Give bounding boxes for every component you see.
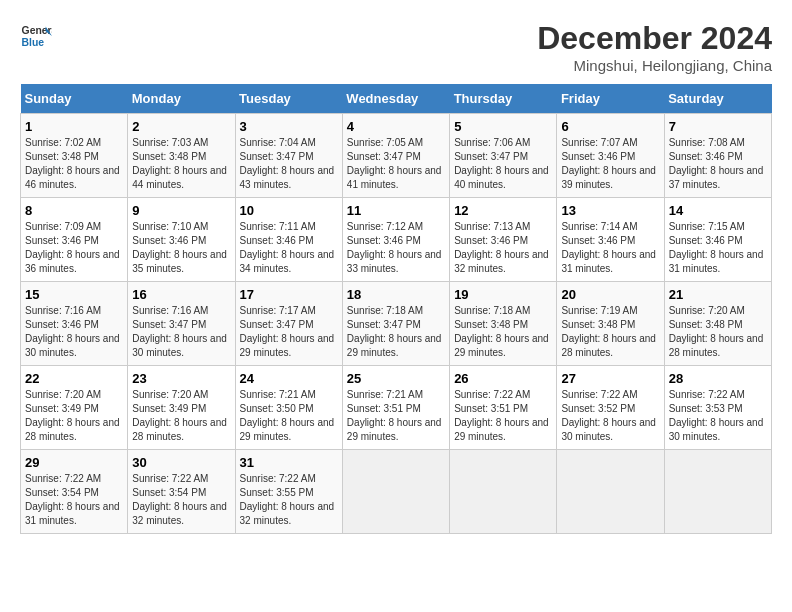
day-info: Sunrise: 7:17 AMSunset: 3:47 PMDaylight:…: [240, 304, 338, 360]
calendar-week-row: 29Sunrise: 7:22 AMSunset: 3:54 PMDayligh…: [21, 450, 772, 534]
calendar-day-cell: 29Sunrise: 7:22 AMSunset: 3:54 PMDayligh…: [21, 450, 128, 534]
logo: General Blue: [20, 20, 52, 52]
day-of-week-header: Wednesday: [342, 84, 449, 114]
calendar-day-cell: 24Sunrise: 7:21 AMSunset: 3:50 PMDayligh…: [235, 366, 342, 450]
day-info: Sunrise: 7:05 AMSunset: 3:47 PMDaylight:…: [347, 136, 445, 192]
day-info: Sunrise: 7:19 AMSunset: 3:48 PMDaylight:…: [561, 304, 659, 360]
calendar-day-cell: 4Sunrise: 7:05 AMSunset: 3:47 PMDaylight…: [342, 114, 449, 198]
subtitle: Mingshui, Heilongjiang, China: [537, 57, 772, 74]
logo-icon: General Blue: [20, 20, 52, 52]
day-info: Sunrise: 7:10 AMSunset: 3:46 PMDaylight:…: [132, 220, 230, 276]
day-info: Sunrise: 7:18 AMSunset: 3:48 PMDaylight:…: [454, 304, 552, 360]
day-info: Sunrise: 7:08 AMSunset: 3:46 PMDaylight:…: [669, 136, 767, 192]
day-info: Sunrise: 7:13 AMSunset: 3:46 PMDaylight:…: [454, 220, 552, 276]
calendar-day-cell: 22Sunrise: 7:20 AMSunset: 3:49 PMDayligh…: [21, 366, 128, 450]
day-of-week-header: Saturday: [664, 84, 771, 114]
day-number: 28: [669, 371, 767, 386]
calendar-day-cell: 5Sunrise: 7:06 AMSunset: 3:47 PMDaylight…: [450, 114, 557, 198]
day-number: 23: [132, 371, 230, 386]
calendar-day-cell: [664, 450, 771, 534]
day-info: Sunrise: 7:21 AMSunset: 3:51 PMDaylight:…: [347, 388, 445, 444]
calendar-day-cell: 10Sunrise: 7:11 AMSunset: 3:46 PMDayligh…: [235, 198, 342, 282]
calendar-day-cell: 7Sunrise: 7:08 AMSunset: 3:46 PMDaylight…: [664, 114, 771, 198]
calendar-day-cell: 18Sunrise: 7:18 AMSunset: 3:47 PMDayligh…: [342, 282, 449, 366]
day-number: 27: [561, 371, 659, 386]
day-number: 7: [669, 119, 767, 134]
calendar-day-cell: 16Sunrise: 7:16 AMSunset: 3:47 PMDayligh…: [128, 282, 235, 366]
calendar-day-cell: 15Sunrise: 7:16 AMSunset: 3:46 PMDayligh…: [21, 282, 128, 366]
day-number: 17: [240, 287, 338, 302]
day-number: 26: [454, 371, 552, 386]
day-info: Sunrise: 7:20 AMSunset: 3:49 PMDaylight:…: [132, 388, 230, 444]
calendar-day-cell: 23Sunrise: 7:20 AMSunset: 3:49 PMDayligh…: [128, 366, 235, 450]
day-number: 5: [454, 119, 552, 134]
main-title: December 2024: [537, 20, 772, 57]
day-number: 2: [132, 119, 230, 134]
calendar-week-row: 22Sunrise: 7:20 AMSunset: 3:49 PMDayligh…: [21, 366, 772, 450]
day-info: Sunrise: 7:22 AMSunset: 3:52 PMDaylight:…: [561, 388, 659, 444]
day-number: 29: [25, 455, 123, 470]
day-number: 12: [454, 203, 552, 218]
calendar-day-cell: 27Sunrise: 7:22 AMSunset: 3:52 PMDayligh…: [557, 366, 664, 450]
calendar-day-cell: 31Sunrise: 7:22 AMSunset: 3:55 PMDayligh…: [235, 450, 342, 534]
day-info: Sunrise: 7:20 AMSunset: 3:49 PMDaylight:…: [25, 388, 123, 444]
calendar-week-row: 1Sunrise: 7:02 AMSunset: 3:48 PMDaylight…: [21, 114, 772, 198]
day-number: 30: [132, 455, 230, 470]
day-number: 10: [240, 203, 338, 218]
day-info: Sunrise: 7:04 AMSunset: 3:47 PMDaylight:…: [240, 136, 338, 192]
title-block: December 2024 Mingshui, Heilongjiang, Ch…: [537, 20, 772, 74]
day-info: Sunrise: 7:06 AMSunset: 3:47 PMDaylight:…: [454, 136, 552, 192]
day-info: Sunrise: 7:09 AMSunset: 3:46 PMDaylight:…: [25, 220, 123, 276]
calendar-body: 1Sunrise: 7:02 AMSunset: 3:48 PMDaylight…: [21, 114, 772, 534]
calendar-day-cell: 19Sunrise: 7:18 AMSunset: 3:48 PMDayligh…: [450, 282, 557, 366]
day-info: Sunrise: 7:07 AMSunset: 3:46 PMDaylight:…: [561, 136, 659, 192]
calendar-day-cell: 21Sunrise: 7:20 AMSunset: 3:48 PMDayligh…: [664, 282, 771, 366]
day-number: 21: [669, 287, 767, 302]
calendar-day-cell: 28Sunrise: 7:22 AMSunset: 3:53 PMDayligh…: [664, 366, 771, 450]
day-number: 13: [561, 203, 659, 218]
day-info: Sunrise: 7:22 AMSunset: 3:53 PMDaylight:…: [669, 388, 767, 444]
svg-text:Blue: Blue: [22, 37, 45, 48]
day-info: Sunrise: 7:18 AMSunset: 3:47 PMDaylight:…: [347, 304, 445, 360]
day-info: Sunrise: 7:16 AMSunset: 3:46 PMDaylight:…: [25, 304, 123, 360]
day-of-week-header: Friday: [557, 84, 664, 114]
calendar-header-row: SundayMondayTuesdayWednesdayThursdayFrid…: [21, 84, 772, 114]
day-info: Sunrise: 7:03 AMSunset: 3:48 PMDaylight:…: [132, 136, 230, 192]
day-info: Sunrise: 7:16 AMSunset: 3:47 PMDaylight:…: [132, 304, 230, 360]
calendar-day-cell: 13Sunrise: 7:14 AMSunset: 3:46 PMDayligh…: [557, 198, 664, 282]
day-of-week-header: Sunday: [21, 84, 128, 114]
calendar-day-cell: 9Sunrise: 7:10 AMSunset: 3:46 PMDaylight…: [128, 198, 235, 282]
day-number: 20: [561, 287, 659, 302]
calendar-day-cell: 8Sunrise: 7:09 AMSunset: 3:46 PMDaylight…: [21, 198, 128, 282]
day-info: Sunrise: 7:15 AMSunset: 3:46 PMDaylight:…: [669, 220, 767, 276]
calendar-day-cell: 6Sunrise: 7:07 AMSunset: 3:46 PMDaylight…: [557, 114, 664, 198]
day-of-week-header: Tuesday: [235, 84, 342, 114]
day-number: 31: [240, 455, 338, 470]
day-info: Sunrise: 7:22 AMSunset: 3:55 PMDaylight:…: [240, 472, 338, 528]
day-info: Sunrise: 7:22 AMSunset: 3:54 PMDaylight:…: [132, 472, 230, 528]
day-number: 24: [240, 371, 338, 386]
calendar-table: SundayMondayTuesdayWednesdayThursdayFrid…: [20, 84, 772, 534]
calendar-day-cell: 30Sunrise: 7:22 AMSunset: 3:54 PMDayligh…: [128, 450, 235, 534]
day-number: 16: [132, 287, 230, 302]
day-info: Sunrise: 7:12 AMSunset: 3:46 PMDaylight:…: [347, 220, 445, 276]
day-info: Sunrise: 7:11 AMSunset: 3:46 PMDaylight:…: [240, 220, 338, 276]
calendar-day-cell: 14Sunrise: 7:15 AMSunset: 3:46 PMDayligh…: [664, 198, 771, 282]
calendar-day-cell: 25Sunrise: 7:21 AMSunset: 3:51 PMDayligh…: [342, 366, 449, 450]
calendar-day-cell: [342, 450, 449, 534]
day-number: 15: [25, 287, 123, 302]
calendar-day-cell: 26Sunrise: 7:22 AMSunset: 3:51 PMDayligh…: [450, 366, 557, 450]
calendar-day-cell: 2Sunrise: 7:03 AMSunset: 3:48 PMDaylight…: [128, 114, 235, 198]
calendar-week-row: 15Sunrise: 7:16 AMSunset: 3:46 PMDayligh…: [21, 282, 772, 366]
day-number: 19: [454, 287, 552, 302]
calendar-day-cell: [557, 450, 664, 534]
day-info: Sunrise: 7:22 AMSunset: 3:51 PMDaylight:…: [454, 388, 552, 444]
day-of-week-header: Thursday: [450, 84, 557, 114]
day-of-week-header: Monday: [128, 84, 235, 114]
day-number: 4: [347, 119, 445, 134]
calendar-day-cell: 11Sunrise: 7:12 AMSunset: 3:46 PMDayligh…: [342, 198, 449, 282]
day-number: 14: [669, 203, 767, 218]
day-info: Sunrise: 7:20 AMSunset: 3:48 PMDaylight:…: [669, 304, 767, 360]
page-header: General Blue December 2024 Mingshui, Hei…: [20, 20, 772, 74]
day-number: 8: [25, 203, 123, 218]
